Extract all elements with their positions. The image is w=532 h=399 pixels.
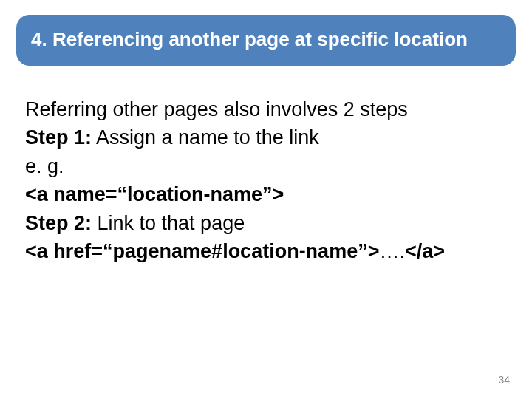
eg-line: e. g. [25,153,507,180]
step1-line: Step 1: Assign a name to the link [25,124,507,151]
page-number: 34 [498,374,510,386]
code2-pre: <a href=“pagename#location-name”> [25,240,379,262]
intro-line: Referring other pages also involves 2 st… [25,96,507,123]
slide-title: 4. Referencing another page at specific … [31,28,501,51]
step2-text: Link to that page [92,212,245,234]
step1-label: Step 1: [25,126,92,149]
code1-line: <a name=“location-name”> [25,181,507,208]
code2-post: </a> [405,240,445,262]
slide: 4. Referencing another page at specific … [0,0,532,399]
step2-label: Step 2: [25,212,92,234]
step1-text: Assign a name to the link [92,126,319,149]
slide-body: Referring other pages also involves 2 st… [25,96,507,267]
code2-mid: …. [379,240,405,262]
step2-line: Step 2: Link to that page [25,210,507,236]
title-box: 4. Referencing another page at specific … [16,15,516,66]
code2-line: <a href=“pagename#location-name”>….</a> [25,238,507,265]
